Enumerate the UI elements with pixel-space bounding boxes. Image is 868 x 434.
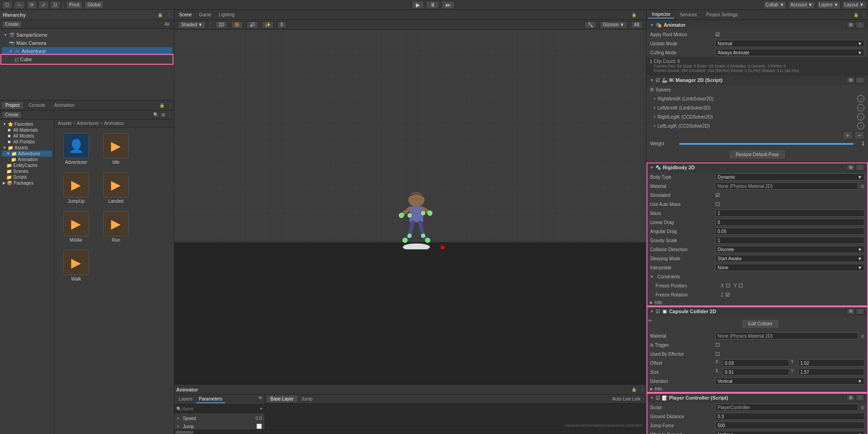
culling-mode-dropdown[interactable]: Always Animate ▼ bbox=[715, 49, 864, 56]
right-arm-ik-row[interactable]: ≡ RightArmIK (LimbSolver2D) ○ bbox=[646, 94, 868, 103]
update-mode-dropdown[interactable]: Normal ▼ bbox=[715, 40, 864, 47]
asset-run[interactable]: ▶ Run bbox=[98, 209, 134, 244]
tab-console[interactable]: Console bbox=[25, 102, 49, 109]
restore-default-pose-btn[interactable]: Restore Default Pose bbox=[730, 151, 785, 158]
tab-lighting[interactable]: Lighting bbox=[216, 11, 237, 18]
project-search-icon[interactable]: 🔍 bbox=[153, 112, 159, 117]
sidebar-packages[interactable]: ▶ 📦 Packages bbox=[2, 180, 52, 186]
right-leg-ik-row[interactable]: ≡ RightLegIK (CCDSolver2D) ○ bbox=[646, 112, 868, 121]
play-button[interactable]: ▶ bbox=[412, 1, 424, 9]
animator-menu-btn[interactable]: ⋮ bbox=[856, 22, 864, 28]
linear-drag-input[interactable] bbox=[715, 219, 864, 226]
toolbar-tool-1[interactable]: ⬡ bbox=[2, 1, 12, 9]
breadcrumb-adventurer[interactable]: Adventurer bbox=[77, 121, 99, 126]
project-create-btn[interactable]: Create bbox=[2, 111, 22, 119]
player-controller-enabled-checkbox[interactable]: ☑ bbox=[656, 395, 660, 401]
sidebar-scripts[interactable]: 📁 Scripts bbox=[2, 174, 52, 180]
animator-dots-icon[interactable]: ⋮ bbox=[640, 387, 644, 392]
sleeping-mode-dropdown[interactable]: Start Awake ▼ bbox=[715, 255, 864, 262]
layout-dropdown[interactable]: Layout ▼ bbox=[842, 1, 866, 9]
asset-jumpup[interactable]: ▶ JumpUp bbox=[58, 170, 94, 205]
rigidbody2d-settings-btn[interactable]: ⚙ bbox=[847, 164, 855, 171]
capsule-settings-btn[interactable]: ⚙ bbox=[847, 308, 855, 315]
sidebar-adventurer[interactable]: ▼ 📁 Adventurer bbox=[2, 151, 52, 157]
ik-settings-btn[interactable]: ⚙ bbox=[847, 77, 855, 83]
scene-lock-icon[interactable]: 🔒 bbox=[632, 13, 637, 17]
ik-add-btn[interactable]: + bbox=[843, 131, 853, 139]
edit-collider-btn[interactable]: Edit Collider bbox=[743, 320, 779, 328]
hierarchy-item-cube[interactable]: ◻ Cube bbox=[2, 55, 172, 63]
sidebar-scenes[interactable]: 📁 Scenes bbox=[2, 168, 52, 174]
material-ref[interactable]: None (Physics Material 2D) bbox=[715, 182, 858, 190]
simulated-checkbox[interactable] bbox=[715, 192, 720, 198]
tab-inspector[interactable]: Inspector bbox=[648, 11, 674, 19]
asset-midair[interactable]: ▶ MidAir bbox=[58, 209, 94, 244]
left-arm-ik-row[interactable]: ≡ LeftArmIK (LimbSolver2D) ○ bbox=[646, 103, 868, 112]
tab-animation[interactable]: Animation bbox=[51, 102, 78, 109]
capsule-collider-header[interactable]: ▼ ☑ 🔲 Capsule Collider 2D ⚙ ⋮ bbox=[646, 306, 868, 316]
tab-game[interactable]: Game bbox=[196, 11, 214, 18]
rigidbody2d-header[interactable]: ▼ 🔩 Rigidbody 2D ⚙ ⋮ bbox=[646, 162, 868, 172]
pause-button[interactable]: ⏸ bbox=[426, 1, 439, 9]
tab-jump[interactable]: Jump bbox=[298, 396, 316, 402]
animator-graph-area[interactable]: Adventurer/Animation/Adventurer.controll… bbox=[265, 404, 646, 429]
param-jump[interactable]: ≡ Jump bbox=[175, 422, 264, 429]
sidebar-entitycache[interactable]: 📁 EntityCache bbox=[2, 162, 52, 168]
audio-button[interactable]: 🔊 bbox=[246, 21, 258, 29]
ik-manager-header[interactable]: ▼ ☑ 🦾 IK Manager 2D (Script) ⚙ ⋮ bbox=[646, 75, 868, 85]
material-pick-btn[interactable]: ⊙ bbox=[861, 184, 864, 189]
sidebar-favorites[interactable]: ▼ ⭐ Favorites bbox=[2, 121, 52, 127]
asset-idle[interactable]: ▶ Idle bbox=[98, 131, 134, 167]
account-dropdown[interactable]: Account ▼ bbox=[788, 1, 815, 9]
player-controller-menu-btn[interactable]: ⋮ bbox=[856, 395, 864, 401]
freeze-rot-z-checkbox[interactable] bbox=[725, 292, 730, 298]
toolbar-tool-2[interactable]: ↔ bbox=[14, 1, 25, 9]
fx-button[interactable]: ✨ bbox=[262, 21, 274, 29]
freeze-pos-y-checkbox[interactable] bbox=[738, 283, 743, 289]
animator-scrollbar-thumb[interactable] bbox=[175, 431, 193, 434]
rigidbody-info-row[interactable]: ▶ Info bbox=[646, 299, 868, 306]
right-leg-ik-circle[interactable]: ○ bbox=[857, 113, 864, 120]
collider-info-row[interactable]: ▶ Info bbox=[646, 386, 868, 392]
tab-project-settings[interactable]: Project Settings bbox=[703, 11, 742, 18]
scene-dots-icon[interactable]: ⋮ bbox=[640, 13, 644, 17]
tab-scene[interactable]: Scene bbox=[176, 11, 194, 18]
ik-remove-btn[interactable]: − bbox=[854, 131, 864, 139]
sidebar-all-materials[interactable]: ◽ All Materials bbox=[2, 127, 52, 133]
collision-detection-dropdown[interactable]: Discrete ▼ bbox=[715, 246, 864, 253]
hierarchy-lock-icon[interactable]: 🔒 bbox=[158, 13, 163, 17]
angular-drag-input[interactable] bbox=[715, 228, 864, 235]
tab-layers[interactable]: Layers bbox=[176, 396, 195, 403]
param-jump-checkbox[interactable] bbox=[256, 424, 262, 429]
animator-graph[interactable]: Base Layer Jump Auto Live Link Adventure… bbox=[265, 395, 646, 429]
inspector-lock-icon[interactable]: 🔒 bbox=[854, 13, 858, 17]
player-controller-settings-btn[interactable]: ⚙ bbox=[847, 395, 855, 401]
capsule-collider-enabled-checkbox[interactable]: ☑ bbox=[656, 309, 660, 315]
gravity-scale-input[interactable] bbox=[715, 237, 864, 244]
asset-landed[interactable]: ▶ Landed bbox=[98, 170, 134, 205]
script-ref[interactable]: PlayerController bbox=[715, 404, 858, 411]
what-is-ground-dropdown[interactable]: Nothing ▼ bbox=[715, 431, 864, 434]
global-button[interactable]: Global bbox=[84, 1, 104, 9]
inspector-dots-icon[interactable]: ⋮ bbox=[862, 13, 866, 17]
2d-button[interactable]: 2D bbox=[215, 21, 227, 29]
freeze-pos-x-checkbox[interactable] bbox=[726, 283, 730, 289]
shaded-dropdown[interactable]: Shaded ▼ bbox=[178, 21, 206, 29]
tab-services[interactable]: Services bbox=[676, 11, 700, 18]
hierarchy-all-btn[interactable]: All bbox=[162, 21, 172, 28]
collider-material-ref[interactable]: None (Physics Material 2D) bbox=[715, 332, 858, 339]
collider-material-pick-btn[interactable]: ⊙ bbox=[861, 334, 864, 339]
hierarchy-create-btn[interactable]: Create bbox=[2, 21, 22, 28]
sidebar-animation[interactable]: 📁 Animation bbox=[2, 157, 52, 162]
scene-tools-icon[interactable]: 🔧 bbox=[584, 21, 596, 29]
jump-force-input[interactable] bbox=[715, 422, 864, 429]
tab-project[interactable]: Project bbox=[2, 102, 23, 109]
project-view-icon[interactable]: ⊞ bbox=[161, 112, 165, 117]
ground-distance-input[interactable] bbox=[715, 413, 864, 420]
sidebar-all-prefabs[interactable]: ◽ All Prefabs bbox=[2, 139, 52, 145]
script-pick-btn[interactable]: ⊙ bbox=[861, 405, 864, 410]
animator-settings-btn[interactable]: ⚙ bbox=[847, 22, 855, 28]
interpolate-dropdown[interactable]: None ▼ bbox=[715, 264, 864, 271]
hierarchy-dots-icon[interactable]: ⋮ bbox=[167, 13, 171, 17]
param-speed[interactable]: ≡ Speed 0.0 bbox=[175, 414, 264, 422]
